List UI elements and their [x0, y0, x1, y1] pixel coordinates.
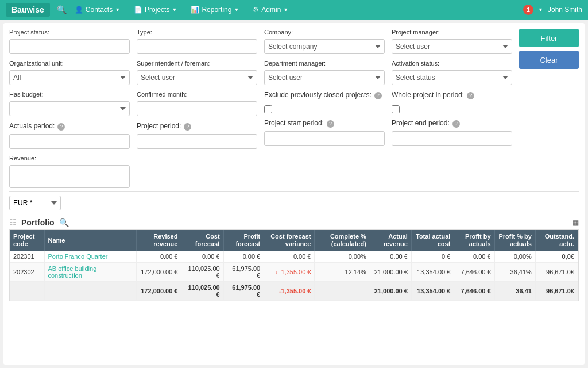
company-select[interactable]: Select company	[264, 39, 385, 54]
revenue-input[interactable]	[9, 165, 130, 188]
total-cf: 110,025.00 €	[181, 282, 223, 301]
total-pf: 61,975.00 €	[223, 282, 264, 301]
nav-reporting[interactable]: 📊 Reporting ▼	[185, 2, 245, 17]
filter-col-4: Project manager: Select user Activation …	[392, 29, 512, 188]
actuals-period-input[interactable]	[9, 134, 130, 149]
exclude-closed-label: Exclude previously closed projects: ?	[264, 91, 385, 99]
col-name: Name	[44, 230, 136, 251]
org-unit-select[interactable]: All	[9, 70, 130, 85]
portfolio-table-wrap: Project code Name Revised revenue Cost f…	[9, 229, 579, 301]
clear-button[interactable]: Clear	[519, 51, 579, 69]
project-status-field: Project status:	[9, 29, 130, 54]
nav-admin[interactable]: ⚙ Admin ▼	[247, 2, 294, 17]
company-field: Company: Select company	[264, 29, 385, 54]
whole-project-field: Whole project in period: ?	[392, 91, 512, 113]
superintendent-select[interactable]: Select user	[137, 70, 257, 85]
actuals-period-help-icon[interactable]: ?	[57, 123, 65, 131]
navbar: Bauwise 🔍 👤 Contacts ▼ 📄 Projects ▼ 📊 Re…	[0, 0, 588, 20]
cell-out-2: 96,671.0€	[535, 263, 578, 282]
contacts-chevron-icon: ▼	[115, 7, 120, 13]
filter-col-1: Project status: Organizational unit: All…	[9, 29, 130, 188]
portfolio-title: Portfolio	[21, 218, 55, 227]
revenue-label: Revenue:	[9, 155, 130, 162]
project-start-input[interactable]	[264, 131, 385, 146]
cell-cf-1: 0.00 €	[181, 251, 223, 263]
cell-code-1: 202301	[10, 251, 44, 263]
col-profit-actuals: Profit by actuals	[454, 230, 494, 251]
total-name	[44, 282, 136, 301]
type-input[interactable]	[137, 39, 257, 54]
table-row: 202301 Porto Franco Quarter 0.00 € 0.00 …	[10, 251, 578, 263]
nav-projects[interactable]: 📄 Projects ▼	[128, 2, 183, 17]
cell-name-1[interactable]: Porto Franco Quarter	[44, 251, 136, 263]
brand-logo[interactable]: Bauwise	[6, 3, 50, 17]
notification-bell[interactable]: 1	[523, 5, 533, 15]
dept-manager-field: Department manager: Select user	[264, 60, 385, 85]
divider-2	[9, 214, 579, 214]
down-arrow-icon: ↓	[275, 269, 278, 275]
whole-project-help-icon[interactable]: ?	[467, 92, 474, 99]
revenue-field: Revenue:	[9, 155, 130, 188]
activation-status-select[interactable]: Select status	[392, 70, 512, 85]
project-start-label: Project start period: ?	[264, 119, 385, 128]
user-name[interactable]: John Smith	[548, 6, 582, 14]
cell-revised-1: 0.00 €	[136, 251, 181, 263]
exclude-closed-help-icon[interactable]: ?	[374, 92, 382, 99]
project-end-help-icon[interactable]: ?	[452, 120, 460, 128]
dept-manager-select[interactable]: Select user	[264, 70, 385, 85]
cell-ppa-1: 0,00%	[494, 251, 535, 263]
total-tac: 13,354.00 €	[411, 282, 454, 301]
project-end-input[interactable]	[392, 131, 512, 146]
project-start-help-icon[interactable]: ?	[327, 120, 334, 128]
navbar-search-icon[interactable]: 🔍	[57, 5, 67, 14]
col-actual-revenue: Actual revenue	[370, 230, 411, 251]
admin-icon: ⚙	[253, 6, 259, 14]
col-cf-variance: Cost forecast variance	[264, 230, 315, 251]
user-chevron-icon: ▼	[538, 7, 543, 13]
cell-ar-1: 0.00 €	[370, 251, 411, 263]
total-pct	[315, 282, 370, 301]
has-budget-field: Has budget:	[9, 91, 130, 116]
project-manager-label: Project manager:	[392, 29, 512, 36]
cell-cfv-2: ↓-1,355.00 €	[264, 263, 315, 282]
confirmed-month-input[interactable]	[137, 101, 257, 116]
confirmed-month-label: Confirmed month:	[137, 91, 257, 98]
col-profit-forecast: Profit forecast	[223, 230, 264, 251]
divider-1	[9, 191, 579, 192]
cell-cfv-1: 0.00 €	[264, 251, 315, 263]
project-period-input[interactable]	[137, 134, 257, 149]
filter-col-2: Type: Superintendent / foreman: Select u…	[137, 29, 257, 188]
project-end-field: Project end period: ?	[392, 119, 512, 146]
superintendent-field: Superintendent / foreman: Select user	[137, 60, 257, 85]
project-period-label: Project period: ?	[137, 122, 257, 131]
nav-right: 1 ▼ John Smith	[523, 5, 582, 15]
project-period-field: Project period: ?	[137, 122, 257, 149]
cell-revised-2: 172,000.00 €	[136, 263, 181, 282]
table-row: 202302 AB office building construction 1…	[10, 263, 578, 282]
exclude-closed-field: Exclude previously closed projects: ?	[264, 91, 385, 113]
cell-cf-2: 110,025.00 €	[181, 263, 223, 282]
nav-contacts[interactable]: 👤 Contacts ▼	[69, 2, 126, 17]
type-label: Type:	[137, 29, 257, 36]
portfolio-grid-icon: ☷	[9, 218, 17, 227]
cell-name-2[interactable]: AB office building construction	[44, 263, 136, 282]
total-out: 96,671.0€	[535, 282, 578, 301]
currency-select[interactable]: EUR *	[9, 195, 61, 210]
portfolio-search-icon[interactable]: 🔍	[59, 218, 69, 227]
actuals-period-label: Actuals period: ?	[9, 122, 130, 131]
project-status-input[interactable]	[9, 39, 130, 54]
total-ppa: 36,41	[494, 282, 535, 301]
exclude-closed-checkbox[interactable]	[264, 105, 272, 113]
project-period-help-icon[interactable]: ?	[184, 123, 191, 131]
filter-col-3: Company: Select company Department manag…	[264, 29, 385, 188]
cell-code-2: 202302	[10, 263, 44, 282]
whole-project-checkbox[interactable]	[392, 105, 400, 113]
has-budget-select[interactable]	[9, 101, 130, 116]
confirmed-month-field: Confirmed month:	[137, 91, 257, 116]
projects-icon: 📄	[134, 6, 142, 14]
filter-section: Project status: Organizational unit: All…	[9, 29, 579, 188]
filter-button[interactable]: Filter	[519, 29, 579, 47]
total-revised: 172,000.00 €	[136, 282, 181, 301]
columns-toggle-button[interactable]: ▦	[572, 218, 579, 227]
project-manager-select[interactable]: Select user	[392, 39, 512, 54]
